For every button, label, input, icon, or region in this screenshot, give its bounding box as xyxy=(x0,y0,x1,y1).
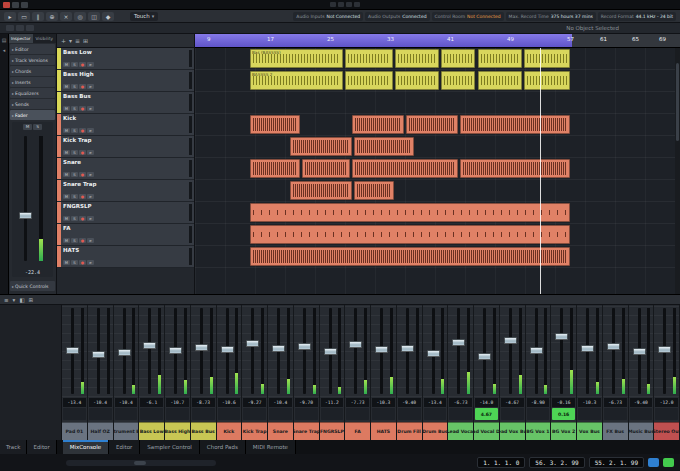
tab-sampler-control[interactable]: Sampler Control xyxy=(140,440,200,454)
audio-clip[interactable] xyxy=(345,71,393,90)
fader-handle[interactable] xyxy=(92,351,105,358)
track-lane[interactable] xyxy=(195,246,680,268)
object-select-tool[interactable]: ▸ xyxy=(4,12,16,21)
timeline-ruler[interactable]: 9172533414957616569 xyxy=(195,34,680,48)
channel-name[interactable]: Half OZ xyxy=(88,422,113,440)
fader-handle[interactable] xyxy=(246,340,259,347)
constrain-delay-button[interactable] xyxy=(6,25,14,31)
record-arm-button[interactable]: ● xyxy=(79,194,86,199)
cycle-region[interactable] xyxy=(195,34,572,47)
inspector-fader-handle[interactable] xyxy=(19,212,32,219)
track-header[interactable]: Bass BusMS●e xyxy=(57,92,194,114)
track-header[interactable]: Bass HighMS●e xyxy=(57,70,194,92)
inspector-section-sends[interactable]: ▸Sends xyxy=(10,99,55,109)
mute-button[interactable]: M xyxy=(63,216,70,221)
audio-clip[interactable] xyxy=(354,181,394,200)
fader-handle[interactable] xyxy=(427,350,440,357)
mute-button[interactable]: M xyxy=(23,124,32,130)
audio-clip[interactable] xyxy=(250,159,300,178)
record-arm-button[interactable]: ● xyxy=(79,62,86,67)
mute-button[interactable]: M xyxy=(63,62,70,67)
titlebar-icon[interactable] xyxy=(354,2,360,7)
close-button[interactable] xyxy=(3,2,10,8)
audio-clip[interactable] xyxy=(352,159,458,178)
mute-button[interactable]: M xyxy=(63,172,70,177)
fader-handle[interactable] xyxy=(401,345,414,352)
erase-tool[interactable]: × xyxy=(60,12,72,21)
solo-button[interactable]: S xyxy=(71,84,78,89)
record-arm-button[interactable]: ● xyxy=(79,172,86,177)
channel-name[interactable]: Vox Bus xyxy=(577,422,602,440)
audio-clip[interactable] xyxy=(460,115,570,134)
inspector-section-fader[interactable]: ▸Fader xyxy=(10,110,55,120)
track-lane[interactable] xyxy=(195,114,680,136)
track-header[interactable]: FNGRSLPMS●e xyxy=(57,202,194,224)
channel-name[interactable]: Bass High xyxy=(165,422,190,440)
edit-channel-button[interactable]: e xyxy=(87,172,94,177)
track-lane[interactable] xyxy=(195,136,680,158)
tab-chord-pads[interactable]: Chord Pads xyxy=(200,440,246,454)
record-arm-button[interactable]: ● xyxy=(79,216,86,221)
filter-icon[interactable]: ≡ xyxy=(75,36,80,46)
audio-clip[interactable] xyxy=(524,71,570,90)
left-zone-icon[interactable]: ◂ xyxy=(1,47,8,54)
channel-name[interactable]: Lead Vocal DBL xyxy=(474,422,499,440)
channel-name[interactable]: BG Vox 1 xyxy=(526,422,551,440)
titlebar-icon[interactable] xyxy=(330,2,336,7)
playhead-cursor[interactable] xyxy=(540,48,541,294)
audio-clip[interactable] xyxy=(478,71,522,90)
edit-channel-button[interactable]: e xyxy=(87,150,94,155)
glue-tool[interactable]: ⊕ xyxy=(46,12,58,21)
channel-name[interactable]: FX Bus xyxy=(603,422,628,440)
edit-channel-button[interactable]: e xyxy=(87,260,94,265)
fader-handle[interactable] xyxy=(504,337,517,344)
fader-handle[interactable] xyxy=(607,343,620,350)
tab-track[interactable]: Track xyxy=(0,440,27,454)
fader-handle[interactable] xyxy=(272,345,285,352)
audio-clip[interactable] xyxy=(354,137,414,156)
channel-visibility-icon[interactable]: ◧ xyxy=(19,296,24,304)
audio-clip[interactable] xyxy=(441,49,475,68)
record-arm-button[interactable]: ● xyxy=(79,106,86,111)
track-header[interactable]: FAMS●e xyxy=(57,224,194,246)
record-arm-button[interactable]: ● xyxy=(79,128,86,133)
titlebar-icon[interactable] xyxy=(346,2,352,7)
fader-handle[interactable] xyxy=(221,346,234,353)
fader-handle[interactable] xyxy=(658,346,671,353)
split-tool[interactable]: ∥ xyxy=(32,12,44,21)
inspector-section-editor[interactable]: ▸Editor xyxy=(10,44,55,54)
chevron-down-icon[interactable]: ▾ xyxy=(13,296,16,304)
fader-handle[interactable] xyxy=(195,344,208,351)
fader-handle[interactable] xyxy=(530,347,543,354)
range-select-tool[interactable]: ▭ xyxy=(18,12,30,21)
solo-button[interactable]: S xyxy=(71,172,78,177)
mute-button[interactable]: M xyxy=(63,84,70,89)
inspector-section-chords[interactable]: ▸Chords xyxy=(10,66,55,76)
audio-clip[interactable] xyxy=(290,181,352,200)
scrollbar-thumb[interactable] xyxy=(676,63,679,142)
channel-name[interactable]: FA xyxy=(345,422,370,440)
automation-mode-dropdown[interactable]: Touch ▾ xyxy=(130,12,158,21)
audio-clip[interactable] xyxy=(345,49,393,68)
channel-name[interactable]: Snare xyxy=(268,422,293,440)
audio-clip[interactable] xyxy=(406,115,458,134)
fader-handle[interactable] xyxy=(324,348,337,355)
track-header[interactable]: KickMS●e xyxy=(57,114,194,136)
inspector-tab-inspector[interactable]: Inspector xyxy=(9,34,33,43)
solo-button[interactable]: S xyxy=(33,124,42,130)
solo-button[interactable]: S xyxy=(71,128,78,133)
snap-button[interactable] xyxy=(16,25,24,31)
channel-name[interactable]: Lead Vocal xyxy=(448,422,473,440)
inspector-section-track-versions[interactable]: ▸Track Versions xyxy=(10,55,55,65)
time-display-1[interactable]: 1. 1. 1. 0 xyxy=(477,457,525,468)
chevron-down-icon[interactable]: ▾ xyxy=(69,36,72,46)
inspector-tab-visibility[interactable]: Visibility xyxy=(33,34,57,43)
fader-handle[interactable] xyxy=(555,333,568,340)
grid-icon[interactable]: ⊞ xyxy=(83,36,88,46)
fader-handle[interactable] xyxy=(66,347,79,354)
quantize-button[interactable] xyxy=(26,25,34,31)
channel-name[interactable]: BG Vox 2 xyxy=(551,422,576,440)
tab-midi-remote[interactable]: MIDI Remote xyxy=(246,440,296,454)
solo-button[interactable]: S xyxy=(71,150,78,155)
fader-handle[interactable] xyxy=(452,339,465,346)
